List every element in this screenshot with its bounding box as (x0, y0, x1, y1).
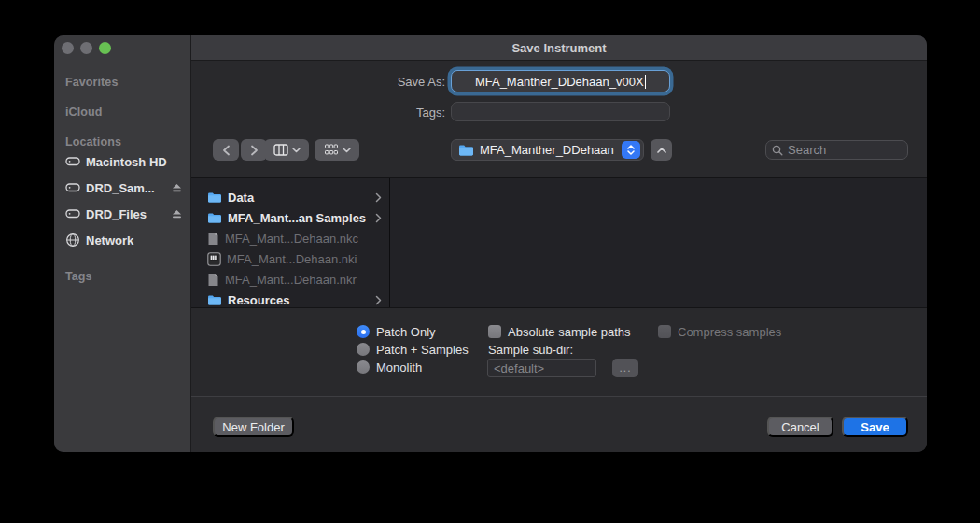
chevron-right-icon (375, 192, 382, 203)
column-view-icon (273, 144, 288, 156)
folder-icon (207, 294, 222, 306)
sidebar-item-network[interactable]: Network (65, 231, 185, 249)
grouping-icon (324, 144, 339, 156)
file-name: MFA_Mant...an Samples (228, 211, 370, 225)
chevron-down-icon (343, 148, 351, 153)
disk-icon (65, 154, 80, 169)
file-name: Data (228, 191, 370, 205)
view-mode-button[interactable] (264, 139, 309, 161)
compress-samples-checkbox[interactable] (658, 325, 671, 338)
sidebar-item-macintosh-hd[interactable]: Macintosh HD (65, 152, 185, 171)
chevron-right-icon (375, 213, 382, 223)
sidebar-header-tags: Tags (65, 270, 92, 283)
zoom-button[interactable] (99, 42, 111, 54)
eject-icon[interactable] (171, 208, 183, 219)
chevron-right-icon (375, 295, 382, 305)
browser-row-nki-file[interactable]: MFA_Mant...Dehaan.nki (191, 248, 389, 269)
file-name: MFA_Mant...Dehaan.nki (227, 252, 382, 266)
radio-patch-only[interactable] (357, 325, 370, 338)
file-icon (207, 232, 219, 246)
search-placeholder: Search (788, 143, 826, 157)
folder-select-value: MFA_Manther_DDehaan (480, 143, 616, 157)
eject-icon[interactable] (171, 182, 183, 193)
file-browser: Data MFA_Mant...an Samples (191, 177, 927, 308)
sidebar-item-drd-files[interactable]: DRD_Files (65, 205, 185, 223)
close-button[interactable] (62, 42, 74, 54)
chevron-up-icon (627, 145, 635, 149)
file-name: MFA_Mant...Dehaan.nkc (225, 232, 382, 246)
parent-folder-button[interactable] (651, 139, 672, 161)
sample-subdir-input[interactable]: <default> (487, 359, 596, 377)
tags-label: Tags: (371, 106, 445, 120)
group-by-button[interactable] (315, 139, 359, 161)
chevron-left-icon (222, 145, 231, 156)
globe-icon (65, 233, 80, 247)
absolute-sample-paths-label: Absolute sample paths (508, 325, 631, 339)
sidebar-item-label: DRD_Files (86, 207, 165, 221)
save-button[interactable]: Save (842, 417, 908, 437)
text-caret (645, 75, 647, 89)
dialog-title: Save Instrument (511, 41, 606, 55)
chevron-right-icon (250, 145, 259, 156)
file-icon (207, 273, 219, 287)
sidebar-item-drd-sam[interactable]: DRD_Sam... (65, 178, 185, 197)
folder-select-dropdown[interactable]: MFA_Manther_DDehaan (451, 139, 644, 161)
save-as-label: Save As: (371, 75, 445, 89)
column-divider[interactable] (389, 178, 390, 307)
browser-row-nkr-file[interactable]: MFA_Mant...Dehaan.nkr (191, 269, 389, 290)
radio-patch-plus-samples[interactable] (357, 343, 370, 356)
save-as-value: MFA_Manther_DDehaan_v00X (475, 75, 644, 89)
file-name: Resources (228, 293, 370, 307)
sidebar-item-label: Network (86, 233, 185, 247)
tags-input[interactable] (451, 102, 670, 121)
disk-icon (65, 206, 80, 221)
browser-row-samples-folder[interactable]: MFA_Mant...an Samples (191, 207, 389, 228)
radio-monolith[interactable] (357, 360, 370, 374)
sidebar-header-locations: Locations (65, 135, 121, 148)
radio-monolith-label: Monolith (376, 360, 422, 375)
radio-patch-only-label: Patch Only (376, 325, 436, 339)
save-as-input[interactable]: MFA_Manther_DDehaan_v00X (451, 70, 670, 92)
sidebar-item-label: DRD_Sam... (86, 181, 165, 195)
dropdown-stepper[interactable] (622, 141, 640, 159)
folder-icon (207, 212, 222, 224)
sidebar-header-favorites: Favorites (65, 76, 118, 89)
forward-button[interactable] (241, 139, 267, 161)
back-button[interactable] (213, 139, 239, 161)
instrument-file-icon (207, 252, 221, 266)
chevron-up-icon (657, 148, 666, 153)
file-name: MFA_Mant...Dehaan.nkr (225, 273, 382, 287)
traffic-lights (62, 42, 111, 54)
browser-row-resources[interactable]: Resources (191, 290, 389, 308)
screen: Favorites iCloud Locations Macintosh HD … (0, 0, 980, 523)
folder-icon (458, 144, 474, 157)
sample-subdir-label: Sample sub-dir: (488, 343, 573, 357)
browse-subdir-button[interactable]: ... (612, 359, 638, 377)
disk-icon (65, 180, 80, 195)
dialog-main: Save Instrument Save As: MFA_Manther_DDe… (191, 35, 927, 452)
titlebar: Save Instrument (191, 35, 927, 61)
sidebar: Favorites iCloud Locations Macintosh HD … (54, 35, 191, 452)
new-folder-button[interactable]: New Folder (213, 417, 294, 437)
compress-samples-label: Compress samples (678, 325, 781, 339)
browser-row-data[interactable]: Data (191, 187, 389, 207)
search-input[interactable]: Search (765, 140, 908, 160)
folder-icon (207, 191, 222, 204)
search-icon (772, 145, 783, 156)
absolute-sample-paths-checkbox[interactable] (488, 325, 501, 338)
sidebar-item-label: Macintosh HD (86, 155, 185, 169)
cancel-button[interactable]: Cancel (767, 417, 833, 437)
sidebar-header-icloud: iCloud (65, 106, 102, 119)
radio-patch-plus-samples-label: Patch + Samples (376, 343, 469, 357)
chevron-down-icon (627, 150, 635, 155)
chevron-down-icon (292, 148, 301, 153)
minimize-button[interactable] (80, 42, 92, 54)
browser-row-nkc-file[interactable]: MFA_Mant...Dehaan.nkc (191, 228, 389, 248)
save-dialog-window: Favorites iCloud Locations Macintosh HD … (54, 35, 927, 452)
footer-bar: New Folder Cancel Save (191, 396, 927, 452)
